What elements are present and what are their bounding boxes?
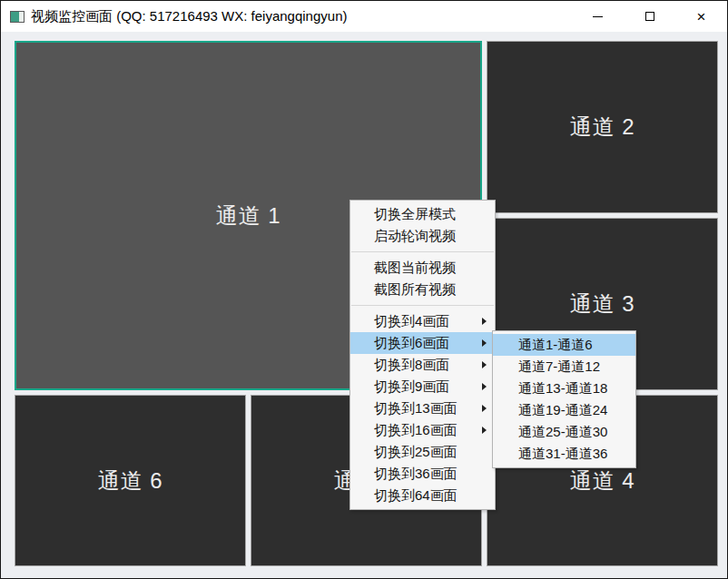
menu-item-label: 切换到6画面: [374, 335, 449, 352]
channel-label: 通道 6: [97, 466, 162, 496]
context-menu: 切换全屏模式 启动轮询视频 截图当前视频 截图所有视频 切换到4画面 切换到6画…: [349, 200, 496, 510]
titlebar[interactable]: 视频监控画面 (QQ: 517216493 WX: feiyangqingyun…: [1, 1, 727, 32]
maximize-button[interactable]: [624, 1, 675, 32]
submenu-arrow-icon: [482, 318, 487, 325]
submenu-arrow-icon: [482, 405, 487, 412]
menu-item-label: 启动轮询视频: [374, 228, 456, 245]
menu-item-label: 切换到9画面: [374, 378, 449, 396]
menu-item-snapshot-all[interactable]: 截图所有视频: [350, 279, 495, 300]
menu-item-label: 通道13-通道18: [518, 380, 607, 397]
menu-item-switch-6[interactable]: 切换到6画面: [350, 332, 495, 354]
menu-separator: [351, 251, 494, 252]
window-title: 视频监控画面 (QQ: 517216493 WX: feiyangqingyun…: [31, 8, 348, 25]
menu-item-label: 截图所有视频: [374, 281, 456, 299]
submenu-item-ch31-36[interactable]: 通道31-通道36: [493, 443, 635, 465]
submenu-item-ch7-12[interactable]: 通道7-通道12: [493, 356, 635, 378]
menu-item-label: 通道31-通道36: [518, 446, 607, 463]
menu-item-snapshot-current[interactable]: 截图当前视频: [350, 257, 495, 279]
menu-item-label: 切换到64画面: [374, 487, 457, 505]
close-icon: ×: [697, 9, 706, 25]
menu-item-label: 通道1-通道6: [518, 337, 593, 354]
menu-item-switch-25[interactable]: 切换到25画面: [350, 441, 495, 463]
submenu-item-ch13-18[interactable]: 通道13-通道18: [493, 378, 635, 399]
submenu-arrow-icon: [482, 427, 487, 434]
menu-item-label: 切换到8画面: [374, 357, 449, 374]
app-window: 视频监控画面 (QQ: 517216493 WX: feiyangqingyun…: [0, 0, 728, 579]
menu-item-label: 切换到4画面: [374, 313, 449, 330]
minimize-icon: [593, 16, 603, 17]
maximize-icon: [645, 12, 654, 21]
menu-item-switch-8[interactable]: 切换到8画面: [350, 354, 495, 376]
channel-label: 通道 4: [569, 466, 635, 496]
minimize-button[interactable]: [572, 1, 624, 32]
menu-item-switch-4[interactable]: 切换到4画面: [350, 310, 495, 332]
menu-separator: [351, 305, 494, 306]
channel-panel-6[interactable]: 通道 6: [15, 395, 246, 566]
window-controls: ×: [572, 1, 727, 32]
submenu-item-ch19-24[interactable]: 通道19-通道24: [493, 399, 635, 421]
menu-item-label: 截图当前视频: [374, 260, 456, 277]
menu-item-label: 切换到16画面: [374, 422, 457, 439]
submenu-arrow-icon: [482, 339, 487, 347]
menu-item-switch-9[interactable]: 切换到9画面: [350, 376, 495, 397]
menu-item-label: 通道19-通道24: [518, 402, 607, 419]
menu-item-label: 切换到36画面: [374, 466, 457, 483]
channel-label: 通道 2: [569, 113, 635, 142]
menu-item-switch-13[interactable]: 切换到13画面: [350, 397, 495, 419]
menu-item-label: 切换全屏模式: [374, 206, 456, 223]
menu-item-switch-64[interactable]: 切换到64画面: [350, 485, 495, 506]
menu-item-label: 切换到25画面: [374, 444, 457, 461]
menu-item-fullscreen[interactable]: 切换全屏模式: [350, 203, 495, 225]
submenu-arrow-icon: [482, 383, 487, 390]
menu-item-switch-36[interactable]: 切换到36画面: [350, 463, 495, 485]
channel-label: 通道 1: [215, 201, 280, 231]
channel-label: 通道 3: [569, 290, 635, 319]
app-icon: [10, 11, 25, 23]
channel-panel-2[interactable]: 通道 2: [487, 41, 718, 213]
menu-item-label: 通道7-通道12: [518, 358, 600, 376]
menu-item-label: 通道25-通道30: [518, 424, 607, 441]
menu-item-start-polling[interactable]: 启动轮询视频: [350, 225, 495, 247]
submenu-arrow-icon: [482, 361, 487, 368]
menu-item-switch-16[interactable]: 切换到16画面: [350, 419, 495, 441]
close-button[interactable]: ×: [675, 1, 727, 32]
menu-item-label: 切换到13画面: [374, 400, 457, 417]
submenu-item-ch1-6[interactable]: 通道1-通道6: [493, 334, 635, 356]
submenu: 通道1-通道6 通道7-通道12 通道13-通道18 通道19-通道24 通道2…: [492, 330, 636, 468]
submenu-item-ch25-30[interactable]: 通道25-通道30: [493, 421, 635, 443]
